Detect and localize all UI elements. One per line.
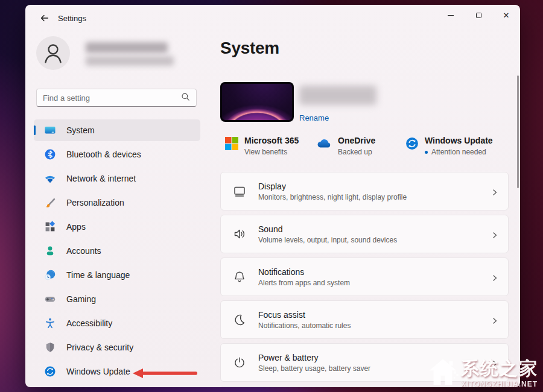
sidebar-item-label: Bluetooth & devices — [66, 150, 141, 159]
bell-icon — [233, 270, 246, 283]
search-icon — [181, 92, 190, 104]
row-subtitle: Notifications, automatic rules — [258, 321, 491, 330]
row-title: Display — [258, 182, 491, 191]
onedrive-icon — [315, 138, 332, 150]
sidebar-item-time-language[interactable]: Time & language — [34, 264, 200, 286]
sidebar-item-apps[interactable]: Apps — [34, 216, 200, 238]
row-title: Notifications — [258, 267, 491, 277]
row-title: Focus assist — [258, 310, 491, 320]
sidebar-item-label: Time & language — [66, 270, 130, 280]
power-battery-row[interactable]: Power & battery Sleep, battery usage, ba… — [220, 343, 509, 382]
page-title: System — [220, 39, 509, 58]
row-subtitle: Volume levels, output, input, sound devi… — [258, 236, 491, 244]
sound-icon — [233, 227, 246, 241]
rename-link[interactable]: Rename — [299, 113, 329, 122]
back-button[interactable] — [35, 12, 54, 27]
sidebar-item-bluetooth-devices[interactable]: Bluetooth & devices — [34, 144, 200, 165]
windows-update-icon — [44, 365, 56, 378]
power-icon — [233, 356, 246, 369]
focus-assist-row[interactable]: Focus assist Notifications, automatic ru… — [220, 300, 509, 339]
close-icon: ✕ — [503, 11, 510, 19]
system-icon — [44, 124, 56, 136]
sidebar-item-accessibility[interactable]: Accessibility — [34, 312, 200, 334]
chevron-right-icon — [491, 359, 498, 366]
row-title: Power & battery — [258, 353, 491, 362]
main-content: System Rename Microsoft 365 View benefit… — [220, 39, 509, 387]
sidebar-item-windows-update[interactable]: Windows Update — [34, 361, 200, 382]
titlebar: Settings ✕ — [25, 5, 520, 31]
back-arrow-icon — [40, 13, 49, 25]
device-hero: Rename — [220, 82, 509, 123]
person-icon — [37, 37, 69, 69]
avatar — [36, 36, 70, 70]
sidebar-item-label: Apps — [66, 222, 86, 232]
apps-icon — [44, 221, 56, 233]
onedrive-card[interactable]: OneDrive Backed up — [315, 136, 405, 156]
row-subtitle: Sleep, battery usage, battery saver — [258, 364, 491, 373]
chevron-right-icon — [491, 230, 498, 238]
clock-globe-icon — [44, 269, 56, 281]
card-subtitle: Attention needed — [431, 148, 486, 156]
scrollbar-thumb[interactable] — [517, 75, 519, 188]
sidebar-item-label: Windows Update — [66, 367, 130, 376]
sidebar-item-privacy-security[interactable]: Privacy & security — [34, 337, 200, 358]
sidebar-item-label: Personalization — [66, 198, 124, 207]
microsoft-365-card[interactable]: Microsoft 365 View benefits — [225, 136, 315, 156]
sidebar-item-label: System — [66, 125, 95, 135]
windows-update-card[interactable]: Windows Update Attention needed — [405, 136, 493, 156]
moon-icon — [233, 313, 246, 326]
user-profile[interactable] — [36, 36, 70, 70]
sidebar-item-label: Privacy & security — [66, 343, 133, 352]
card-title: Windows Update — [425, 136, 493, 145]
chevron-right-icon — [491, 273, 498, 280]
sidebar-item-system[interactable]: System — [34, 119, 200, 141]
settings-list: Display Monitors, brightness, night ligh… — [220, 172, 509, 387]
sound-row[interactable]: Sound Volume levels, output, input, soun… — [220, 215, 509, 253]
search-box — [36, 89, 197, 107]
storage-row-partial[interactable] — [220, 386, 509, 387]
shield-icon — [44, 341, 56, 353]
gamepad-icon — [44, 293, 56, 305]
maximize-button[interactable] — [465, 5, 492, 25]
user-name-redacted — [86, 42, 168, 53]
sidebar-item-label: Gaming — [66, 294, 96, 304]
sidebar-item-label: Network & internet — [66, 174, 136, 183]
microsoft-365-icon — [225, 137, 238, 150]
search-input[interactable] — [43, 93, 181, 103]
user-email-redacted — [86, 56, 174, 66]
sidebar-item-accounts[interactable]: Accounts — [34, 240, 200, 262]
close-button[interactable]: ✕ — [492, 5, 520, 25]
settings-window: Settings ✕ System — [25, 5, 520, 387]
bluetooth-icon — [44, 148, 56, 160]
notifications-row[interactable]: Notifications Alerts from apps and syste… — [220, 258, 509, 296]
attention-status-dot — [425, 151, 428, 154]
device-name-redacted — [299, 86, 376, 105]
row-subtitle: Monitors, brightness, night light, displ… — [258, 193, 491, 201]
minimize-button[interactable] — [437, 5, 465, 25]
accessibility-icon — [44, 317, 56, 329]
windows-update-icon — [405, 137, 419, 150]
device-preview-image — [220, 82, 294, 122]
card-subtitle: Backed up — [338, 148, 375, 156]
selection-indicator — [34, 125, 36, 135]
hero-cards: Microsoft 365 View benefits OneDrive Bac… — [220, 136, 509, 156]
card-title: Microsoft 365 — [244, 136, 299, 145]
chevron-right-icon — [491, 188, 498, 195]
maximize-icon — [476, 13, 481, 18]
sidebar-item-gaming[interactable]: Gaming — [34, 288, 200, 310]
sidebar-nav: System Bluetooth & devices Network & int… — [34, 119, 200, 385]
sidebar-item-personalization[interactable]: Personalization — [34, 192, 200, 213]
window-title: Settings — [58, 14, 86, 23]
accounts-icon — [44, 245, 56, 257]
chevron-right-icon — [491, 316, 498, 323]
card-subtitle: View benefits — [244, 148, 299, 156]
sidebar-item-label: Accessibility — [66, 318, 112, 328]
paintbrush-icon — [44, 197, 56, 209]
wifi-icon — [44, 172, 56, 185]
display-icon — [233, 185, 246, 198]
sidebar-item-label: Accounts — [66, 246, 101, 256]
row-title: Sound — [258, 224, 491, 234]
sidebar-item-network-internet[interactable]: Network & internet — [34, 168, 200, 189]
display-row[interactable]: Display Monitors, brightness, night ligh… — [220, 172, 509, 210]
card-title: OneDrive — [338, 136, 375, 145]
